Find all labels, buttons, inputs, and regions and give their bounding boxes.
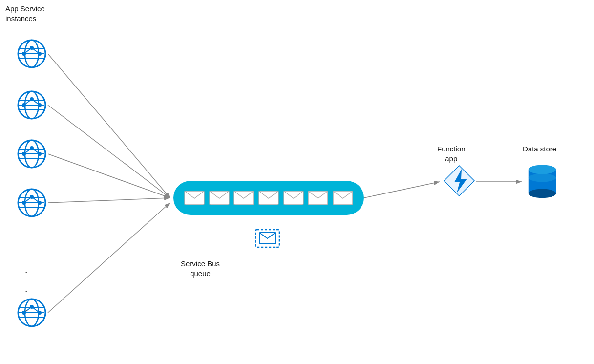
dots-indicator: ... [24, 259, 29, 317]
data-store-icon [525, 161, 559, 200]
svg-line-6 [364, 182, 440, 198]
service-bus-icon [254, 225, 281, 252]
globe-icon-3 [17, 139, 46, 169]
svg-line-2 [48, 105, 170, 198]
globe-icon-1 [17, 39, 46, 68]
service-bus-label: Service Busqueue [181, 259, 220, 278]
svg-point-78 [529, 173, 556, 182]
svg-line-3 [48, 154, 170, 198]
function-app-label: Functionapp [437, 144, 466, 163]
envelope-3 [233, 191, 254, 205]
globe-icon-4 [17, 188, 46, 217]
envelope-2 [209, 191, 230, 205]
data-store-label: Data store [523, 144, 556, 154]
service-bus-queue-container [173, 181, 364, 215]
envelope-6 [308, 191, 328, 205]
globe-icon-5 [17, 298, 46, 327]
function-app-icon [444, 165, 475, 197]
svg-line-4 [48, 198, 170, 203]
envelope-7 [333, 191, 353, 205]
envelope-5 [283, 191, 304, 205]
diagram-container: App Serviceinstances [0, 0, 594, 364]
envelope-4 [258, 191, 279, 205]
app-service-label: App Serviceinstances [5, 4, 45, 23]
svg-point-76 [529, 189, 556, 198]
svg-line-5 [48, 203, 170, 313]
svg-point-77 [529, 165, 556, 174]
envelope-1 [184, 191, 205, 205]
globe-icon-2 [17, 90, 46, 120]
svg-line-1 [48, 54, 170, 198]
